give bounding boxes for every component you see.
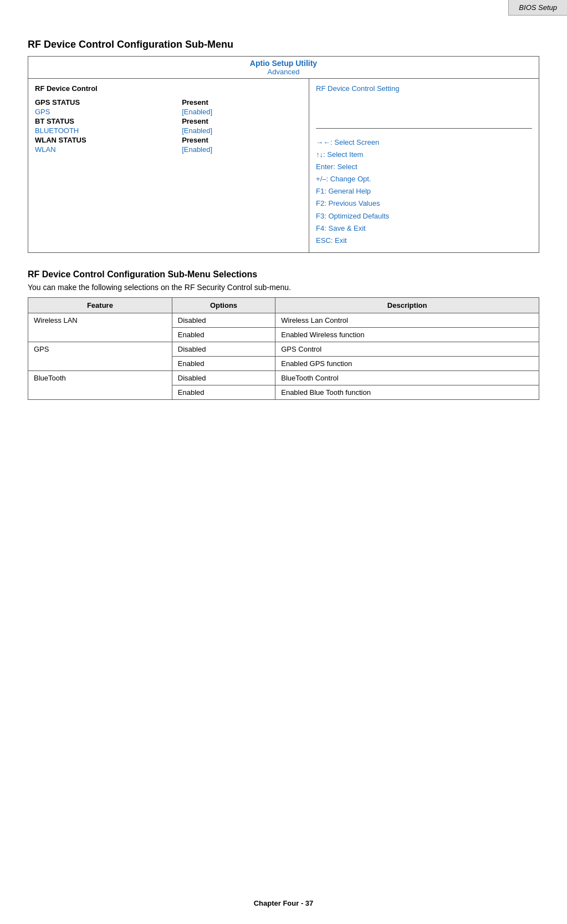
bios-section-label: RF Device Control — [35, 84, 302, 93]
page-footer: Chapter Four - 37 — [0, 899, 567, 907]
bios-right-setting: RF Device Control Setting — [316, 84, 532, 129]
bios-item-value: Present — [182, 117, 302, 125]
bios-setup-tab: BIOS Setup — [508, 0, 567, 16]
option-cell: Enabled — [172, 385, 275, 399]
bios-key-item: Enter: Select — [316, 161, 532, 173]
footer-label: Chapter Four - 37 — [254, 899, 314, 907]
bios-item: WLAN STATUSPresent — [35, 136, 302, 144]
bios-utility-title: Aptio Setup Utility — [30, 59, 537, 68]
feature-cell: GPS — [28, 342, 172, 370]
bios-item-label: BT STATUS — [35, 117, 182, 125]
bios-key-item: +/–: Change Opt. — [316, 173, 532, 185]
bios-key-item: ↑↓: Select Item — [316, 149, 532, 161]
bios-key-item: →←: Select Screen — [316, 136, 532, 149]
bios-item: BLUETOOTH[Enabled] — [35, 126, 302, 135]
bios-items-list: GPS STATUSPresentGPS[Enabled]BT STATUSPr… — [35, 98, 302, 154]
option-cell: Enabled — [172, 327, 275, 342]
bios-key-item: F1: General Help — [316, 185, 532, 197]
description-cell: Wireless Lan Control — [275, 313, 539, 327]
bios-item: GPS[Enabled] — [35, 108, 302, 116]
table-row: GPSDisabledGPS Control — [28, 342, 539, 356]
bios-key-item: F4: Save & Exit — [316, 222, 532, 235]
bios-item-label: BLUETOOTH — [35, 126, 182, 135]
table-row: Wireless LANDisabledWireless Lan Control — [28, 313, 539, 327]
option-cell: Disabled — [172, 313, 275, 327]
bios-item-value: [Enabled] — [182, 108, 302, 116]
selections-description: You can make the following selections on… — [28, 283, 539, 292]
bios-key-item: F2: Previous Values — [316, 197, 532, 210]
bios-key-item: F3: Optimized Defaults — [316, 210, 532, 222]
description-cell: Enabled GPS function — [275, 356, 539, 370]
table-header-cell: Description — [275, 297, 539, 313]
main-heading: RF Device Control Configuration Sub-Menu — [28, 39, 539, 50]
selections-heading: RF Device Control Configuration Sub-Menu… — [28, 270, 539, 280]
bios-item: BT STATUSPresent — [35, 117, 302, 125]
description-cell: BlueTooth Control — [275, 370, 539, 385]
bios-item-value: Present — [182, 98, 302, 106]
description-cell: Enabled Blue Tooth function — [275, 385, 539, 399]
table-header-cell: Options — [172, 297, 275, 313]
bios-item: WLAN[Enabled] — [35, 145, 302, 154]
bios-left-panel: RF Device Control GPS STATUSPresentGPS[E… — [28, 79, 309, 253]
bios-utility-table: Aptio Setup Utility Advanced RF Device C… — [28, 56, 539, 253]
selections-table: FeatureOptionsDescription Wireless LANDi… — [28, 297, 539, 400]
table-header-cell: Feature — [28, 297, 172, 313]
bios-keys-list: →←: Select Screen↑↓: Select ItemEnter: S… — [316, 136, 532, 247]
bios-item-label: GPS STATUS — [35, 98, 182, 106]
bios-key-item: ESC: Exit — [316, 235, 532, 247]
description-cell: Enabled Wireless function — [275, 327, 539, 342]
bios-item-label: WLAN — [35, 145, 182, 154]
bios-item-value: [Enabled] — [182, 145, 302, 154]
bios-item-label: GPS — [35, 108, 182, 116]
option-cell: Enabled — [172, 356, 275, 370]
option-cell: Disabled — [172, 342, 275, 356]
bios-item-value: Present — [182, 136, 302, 144]
selections-table-body: Wireless LANDisabledWireless Lan Control… — [28, 313, 539, 399]
table-row: BlueToothDisabledBlueTooth Control — [28, 370, 539, 385]
option-cell: Disabled — [172, 370, 275, 385]
selections-header-row: FeatureOptionsDescription — [28, 297, 539, 313]
bios-utility-nav: Advanced — [30, 68, 537, 76]
bios-item-label: WLAN STATUS — [35, 136, 182, 144]
feature-cell: BlueTooth — [28, 370, 172, 399]
bios-right-panel: RF Device Control Setting →←: Select Scr… — [309, 79, 539, 253]
bios-item-value: [Enabled] — [182, 126, 302, 135]
bios-tab-label: BIOS Setup — [519, 3, 557, 12]
feature-cell: Wireless LAN — [28, 313, 172, 342]
description-cell: GPS Control — [275, 342, 539, 356]
bios-item: GPS STATUSPresent — [35, 98, 302, 106]
